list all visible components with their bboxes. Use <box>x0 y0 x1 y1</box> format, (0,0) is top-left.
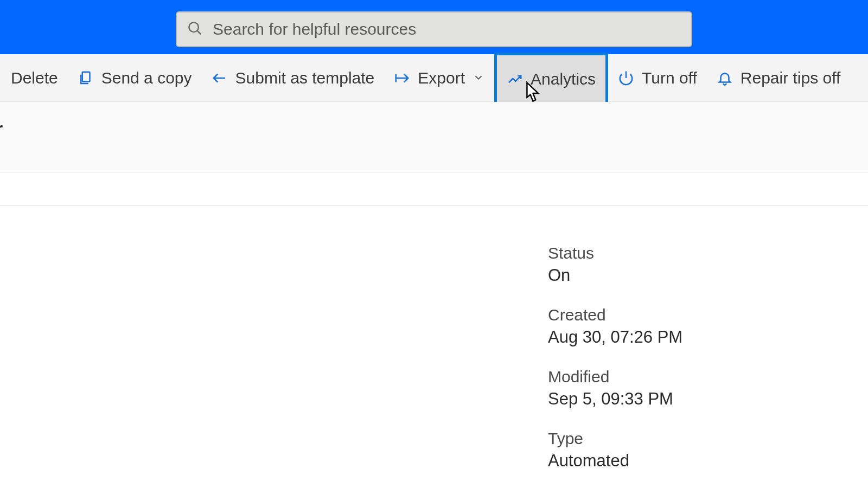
type-value: Automated <box>548 451 682 471</box>
details-panel: Status On Created Aug 30, 07:26 PM Modif… <box>548 244 682 488</box>
send-copy-button[interactable]: Send a copy <box>68 55 202 101</box>
submit-template-button[interactable]: Submit as template <box>202 55 385 101</box>
type-group: Type Automated <box>548 429 682 471</box>
arrow-left-icon <box>212 70 228 86</box>
search-input[interactable] <box>213 20 681 38</box>
status-value: On <box>548 266 682 285</box>
delete-label: Delete <box>11 69 58 87</box>
status-label: Status <box>548 244 682 262</box>
analytics-label: Analytics <box>531 70 596 88</box>
modified-value: Sep 5, 09:33 PM <box>548 389 682 409</box>
analytics-button[interactable]: Analytics <box>494 53 608 106</box>
modified-group: Modified Sep 5, 09:33 PM <box>548 368 682 409</box>
header-bar <box>0 0 868 54</box>
turn-off-button[interactable]: Turn off <box>608 55 707 101</box>
repair-tips-button[interactable]: Repair tips off <box>707 55 851 101</box>
copy-icon <box>78 70 94 86</box>
repair-tips-label: Repair tips off <box>741 69 841 87</box>
created-label: Created <box>548 306 682 324</box>
command-bar: Delete Send a copy Submit as template <box>0 54 868 102</box>
turn-off-label: Turn off <box>642 69 697 87</box>
power-icon <box>618 70 634 86</box>
export-label: Export <box>418 69 465 87</box>
svg-line-1 <box>197 31 201 34</box>
chevron-down-icon <box>473 69 484 87</box>
created-group: Created Aug 30, 07:26 PM <box>548 306 682 347</box>
search-icon <box>187 20 203 38</box>
delete-button[interactable]: Delete <box>0 55 68 101</box>
modified-label: Modified <box>548 368 682 386</box>
send-copy-label: Send a copy <box>101 69 192 87</box>
search-box[interactable] <box>176 11 692 47</box>
type-label: Type <box>548 429 682 448</box>
title-text: r <box>0 118 3 139</box>
svg-point-0 <box>189 22 199 32</box>
analytics-icon <box>507 71 523 87</box>
status-group: Status On <box>548 244 682 285</box>
export-button[interactable]: Export <box>384 55 494 101</box>
bell-icon <box>717 70 733 86</box>
export-icon <box>394 70 410 86</box>
svg-rect-2 <box>82 72 90 81</box>
created-value: Aug 30, 07:26 PM <box>548 328 682 347</box>
page-title: r <box>0 102 868 172</box>
submit-template-label: Submit as template <box>235 69 375 87</box>
divider <box>0 205 868 206</box>
